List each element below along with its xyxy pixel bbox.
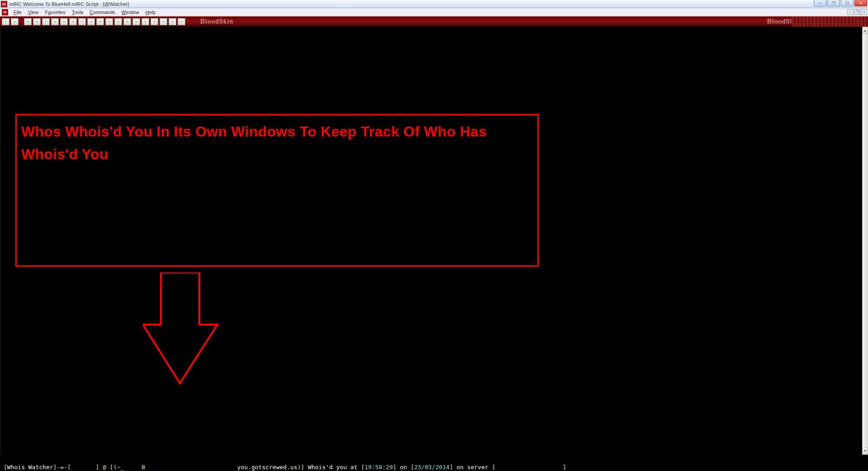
- window-title: mIRC Welcome To BlueHell mIRC Script - […: [9, 1, 129, 7]
- toolbar-button-17[interactable]: ▫: [151, 18, 158, 25]
- toolbar-button-6[interactable]: ▫: [51, 18, 59, 25]
- toolbar-button-13[interactable]: ▫: [114, 18, 122, 25]
- toolbar-button-1[interactable]: ▫: [2, 18, 9, 25]
- menu-commands[interactable]: Commands: [87, 9, 118, 15]
- menu-favorites-label: vorites: [51, 9, 65, 15]
- menu-favorites[interactable]: Favorites: [42, 9, 68, 15]
- annotation-text: Whos Whois'd You In Its Own Windows To K…: [21, 121, 533, 165]
- menu-help[interactable]: Help: [143, 9, 159, 15]
- mdi-minimize-button[interactable]: –: [847, 9, 854, 15]
- annotation-arrow-icon: [143, 273, 220, 386]
- menu-window[interactable]: Window: [119, 9, 142, 15]
- toolbar-button-15[interactable]: ▫: [132, 18, 140, 25]
- toolbar-button-7[interactable]: ▫: [60, 18, 68, 25]
- brand-left: BloodSkin: [187, 18, 247, 25]
- restore-button[interactable]: ❐: [827, 0, 840, 6]
- close-button[interactable]: ✕: [854, 0, 867, 6]
- toolbar-button-4[interactable]: ▫: [33, 18, 41, 25]
- window-titlebar: m mIRC Welcome To BlueHell mIRC Script -…: [0, 0, 868, 8]
- minimize-button[interactable]: —: [814, 0, 826, 6]
- menubar: m File View Favorites Tools Commands Win…: [0, 8, 868, 16]
- mdi-restore-button[interactable]: ❐: [854, 9, 860, 15]
- menu-view[interactable]: View: [25, 9, 42, 15]
- toolbar-button-14[interactable]: ▫: [123, 18, 131, 25]
- log-line-1: [Whois Watcher]-=-[ ] @ [(~_ B you.gotsc…: [4, 463, 864, 471]
- mdi-controls: – ❐ ×: [847, 9, 867, 15]
- toolbar-button-11[interactable]: ▫: [96, 18, 104, 25]
- vertical-scrollbar[interactable]: ▲ ▼: [862, 27, 868, 455]
- toolbar-button-16[interactable]: ▫: [142, 18, 149, 25]
- mdi-icon[interactable]: m: [2, 9, 8, 15]
- menu-view-label: iew: [31, 9, 39, 15]
- maximize-button[interactable]: ☐: [841, 0, 854, 6]
- toolbar-button-19[interactable]: ▫: [169, 18, 176, 25]
- menu-file[interactable]: File: [11, 9, 24, 15]
- toolbar-button-20[interactable]: ▫: [178, 18, 185, 25]
- window-controls: — ❐ ☐ ✕: [814, 0, 867, 6]
- scroll-down-arrow-icon[interactable]: ▼: [863, 447, 868, 454]
- toolbar-button-10[interactable]: ▫: [87, 18, 95, 25]
- toolbar-button-8[interactable]: ▫: [69, 18, 77, 25]
- toolbar-button-9[interactable]: ▫: [78, 18, 86, 25]
- menu-tools[interactable]: Tools: [69, 9, 86, 15]
- annotation-callout: Whos Whois'd You In Its Own Windows To K…: [15, 114, 539, 267]
- menu-commands-label: ommands: [93, 9, 115, 15]
- app-icon: m: [1, 1, 7, 7]
- toolbar: ▫ ▫ ▫ ▫ ▫ ▫ ▫ ▫ ▫ ▫ ▫ ▫ ▫ ▫ ▫ ▫ ▫ ▫ ▫ ▫ …: [0, 16, 868, 27]
- menu-window-label: indow: [126, 9, 139, 15]
- toolbar-button-12[interactable]: ▫: [105, 18, 113, 25]
- whois-log: [Whois Watcher]-=-[ ] @ [(~_ B you.gotsc…: [0, 455, 868, 471]
- toolbar-button-3[interactable]: ▫: [24, 18, 32, 25]
- menu-file-label: ile: [17, 9, 22, 15]
- toolbar-button-2[interactable]: ▫: [11, 18, 19, 25]
- toolbar-right-panel: [791, 17, 868, 27]
- toolbar-button-5[interactable]: ▫: [42, 18, 50, 25]
- toolbar-button-18[interactable]: ▫: [160, 18, 167, 25]
- menu-help-label: elp: [149, 9, 156, 15]
- menu-tools-label: ools: [74, 9, 83, 15]
- scroll-up-arrow-icon[interactable]: ▲: [863, 27, 868, 34]
- mdi-close-button[interactable]: ×: [861, 9, 867, 15]
